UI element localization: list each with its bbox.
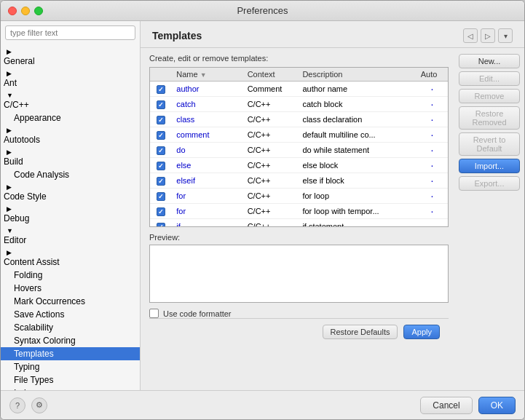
table-row[interactable]: for C/C++ for loop · [150, 189, 448, 204]
row-context: C/C++ [243, 112, 299, 127]
row-context: C/C++ [243, 97, 299, 112]
sidebar-item-appearance[interactable]: Appearance [1, 111, 140, 124]
back-icon[interactable]: ◁ [463, 28, 478, 43]
checkbox-icon[interactable] [157, 177, 165, 186]
row-checkbox[interactable] [150, 219, 172, 228]
table-row[interactable]: elseif C/C++ else if block · [150, 173, 448, 189]
import-button[interactable]: Import... [459, 159, 520, 173]
export-button[interactable]: Export... [459, 176, 520, 191]
sidebar-item-ant[interactable]: ▶Ant [1, 68, 140, 90]
table-row[interactable]: catch C/C++ catch block · [150, 97, 448, 112]
sidebar-item-contentassist[interactable]: ▶Content Assist [1, 247, 140, 269]
remove-button[interactable]: Remove [459, 89, 520, 103]
table-row[interactable]: class C/C++ class declaration · [150, 112, 448, 127]
row-context: C/C++ [243, 204, 299, 219]
row-auto: · [417, 189, 448, 204]
edit-button[interactable]: Edit... [459, 71, 520, 86]
sidebar-item-saveactions[interactable]: Save Actions [1, 308, 140, 321]
checkbox-icon[interactable] [157, 116, 165, 124]
checkbox-icon[interactable] [157, 162, 165, 170]
row-auto: · [417, 97, 448, 112]
sidebar-item-editor[interactable]: ▼Editor [1, 225, 140, 247]
sidebar-item-autotools[interactable]: ▶Autotools [1, 124, 140, 146]
settings-icon[interactable]: ⚙ [31, 397, 47, 413]
sidebar-item-markoccurrences[interactable]: Mark Occurrences [1, 295, 140, 308]
row-checkbox[interactable] [150, 189, 172, 204]
sidebar-item-filetypes[interactable]: File Types [1, 373, 140, 387]
row-checkbox[interactable] [150, 173, 172, 189]
apply-button[interactable]: Apply [403, 325, 440, 339]
row-description: author name [298, 82, 416, 97]
row-checkbox[interactable] [150, 112, 172, 127]
panel-header-actions: ◁ ▷ ▾ [463, 28, 513, 43]
table-row[interactable]: comment C/C++ default multiline co... · [150, 127, 448, 143]
row-description: class declaration [298, 112, 416, 127]
table-row[interactable]: author Comment author name · [150, 82, 448, 97]
preferences-window: Preferences ▶General▶Ant▼C/C++Appearance… [0, 0, 525, 420]
row-checkbox[interactable] [150, 97, 172, 112]
row-context: C/C++ [243, 219, 299, 228]
col-auto-header: Auto [417, 68, 448, 82]
tree-container: ▶General▶Ant▼C/C++Appearance▶Autotools▶B… [1, 44, 140, 390]
menu-icon[interactable]: ▾ [498, 28, 513, 43]
row-checkbox[interactable] [150, 82, 172, 97]
sidebar-item-syntaxcoloring[interactable]: Syntax Coloring [1, 334, 140, 347]
row-name: comment [172, 127, 242, 143]
preview-section: Preview: [149, 233, 449, 303]
new-button[interactable]: New... [459, 54, 520, 68]
row-checkbox[interactable] [150, 158, 172, 173]
row-name: do [172, 143, 242, 158]
sidebar-item-debug[interactable]: ▶Debug [1, 203, 140, 225]
row-name: author [172, 82, 242, 97]
maximize-button[interactable] [34, 7, 43, 15]
sidebar-item-hovers[interactable]: Hovers [1, 282, 140, 295]
sidebar-item-templates[interactable]: Templates [1, 347, 140, 360]
row-name: catch [172, 97, 242, 112]
restore-removed-button[interactable]: Restore Removed [459, 106, 520, 130]
forward-icon[interactable]: ▷ [481, 28, 495, 43]
help-icon[interactable]: ? [9, 397, 25, 413]
table-row[interactable]: for C/C++ for loop with tempor... · [150, 204, 448, 219]
checkbox-icon[interactable] [157, 223, 165, 228]
sidebar-item-scalability[interactable]: Scalability [1, 321, 140, 334]
col-name-header: Name ▼ [172, 68, 242, 82]
checkbox-icon[interactable] [157, 146, 165, 155]
main-content: ▶General▶Ant▼C/C++Appearance▶Autotools▶B… [1, 21, 524, 390]
row-checkbox[interactable] [150, 127, 172, 143]
row-auto: · [417, 112, 448, 127]
table-row[interactable]: else C/C++ else block · [150, 158, 448, 173]
row-name: for [172, 189, 242, 204]
right-panel: Templates ◁ ▷ ▾ Create, edit or remove t… [141, 21, 524, 390]
table-row[interactable]: if C/C++ if statement · [150, 219, 448, 228]
sidebar-item-codestyle[interactable]: ▶Code Style [1, 181, 140, 203]
panel-header: Templates ◁ ▷ ▾ [141, 21, 524, 48]
checkbox-icon[interactable] [157, 100, 165, 109]
row-name: class [172, 112, 242, 127]
row-checkbox[interactable] [150, 204, 172, 219]
ok-button[interactable]: OK [478, 397, 516, 414]
formatter-checkbox[interactable] [149, 309, 159, 318]
revert-to-default-button[interactable]: Revert to Default [459, 132, 520, 156]
templates-table-container[interactable]: Name ▼ Context Description Auto author C… [149, 67, 449, 227]
close-button[interactable] [8, 7, 17, 15]
table-row[interactable]: do C/C++ do while statement · [150, 143, 448, 158]
row-checkbox[interactable] [150, 143, 172, 158]
restore-defaults-button[interactable]: Restore Defaults [323, 325, 398, 339]
search-input[interactable] [5, 25, 135, 40]
checkbox-icon[interactable] [157, 131, 165, 140]
sidebar-item-folding[interactable]: Folding [1, 269, 140, 282]
checkbox-icon[interactable] [157, 207, 165, 216]
checkbox-icon[interactable] [157, 85, 165, 94]
sidebar-item-typing[interactable]: Typing [1, 360, 140, 373]
sidebar-item-build[interactable]: ▶Build [1, 146, 140, 168]
minimize-button[interactable] [21, 7, 30, 15]
sidebar: ▶General▶Ant▼C/C++Appearance▶Autotools▶B… [1, 21, 141, 390]
sidebar-item-general[interactable]: ▶General [1, 46, 140, 68]
cancel-button[interactable]: Cancel [420, 397, 472, 414]
row-auto: · [417, 127, 448, 143]
sidebar-item-codeanalysis[interactable]: Code Analysis [1, 168, 140, 181]
checkbox-icon[interactable] [157, 192, 165, 201]
col-desc-header: Description [298, 68, 416, 82]
sidebar-item-cpp[interactable]: ▼C/C++ [1, 90, 140, 111]
row-auto: · [417, 143, 448, 158]
